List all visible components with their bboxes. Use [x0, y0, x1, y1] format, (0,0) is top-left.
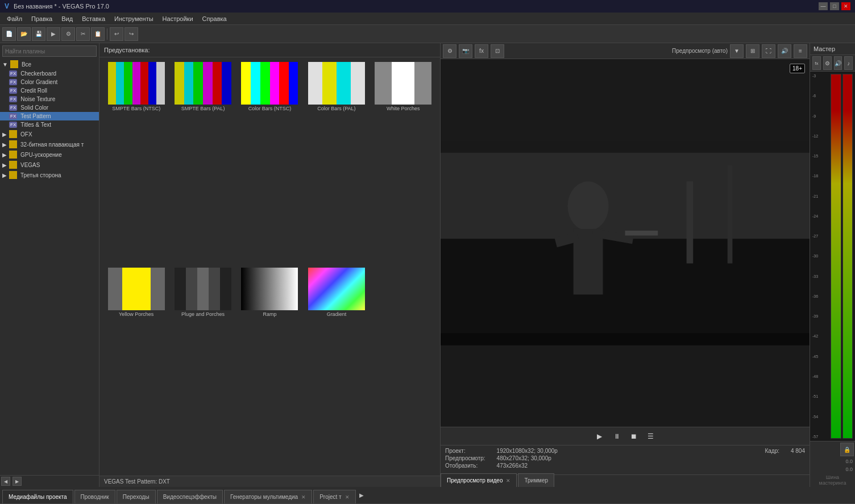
- tree-item-gpu[interactable]: ▶ GPU-ускорение: [0, 149, 99, 160]
- tab-generators[interactable]: Генераторы мультимедиа ✕: [224, 490, 312, 503]
- tree-item-all[interactable]: ▼ Все: [0, 59, 99, 69]
- preview-settings-button[interactable]: ⚙: [443, 44, 456, 58]
- preview-mode-dropdown[interactable]: ▼: [730, 44, 744, 58]
- menu-view[interactable]: Вид: [57, 14, 77, 23]
- preset-label-white-porches: White Porches: [387, 106, 420, 111]
- settings-button[interactable]: ⚙: [61, 27, 75, 41]
- tab-trimmer[interactable]: Триммер: [518, 473, 554, 487]
- preview-fullscreen-button[interactable]: ⛶: [762, 44, 775, 58]
- copy-button[interactable]: 📋: [91, 27, 105, 41]
- redo-button[interactable]: ↪: [124, 27, 138, 41]
- folder-icon: [9, 171, 17, 179]
- tab-expand-button[interactable]: ▶: [359, 492, 364, 498]
- tab-video-fx[interactable]: Видеоспецэффекты: [157, 490, 223, 503]
- title-bar: V Без названия * - VEGAS Pro 17.0 — □ ✕: [0, 0, 855, 13]
- tree-item-vegas[interactable]: ▶ VEGAS: [0, 160, 99, 170]
- tree-item-third-party[interactable]: ▶ Третья сторона: [0, 170, 99, 180]
- play-button[interactable]: ▶: [593, 430, 606, 443]
- tab-project[interactable]: Project т ✕: [313, 490, 355, 503]
- preset-gradient[interactable]: Gradient: [304, 268, 368, 471]
- search-input[interactable]: [2, 45, 97, 57]
- preset-white-porches[interactable]: White Porches: [371, 62, 435, 265]
- minimize-button[interactable]: —: [819, 2, 828, 10]
- tree-item-ofx[interactable]: ▶ OFX: [0, 129, 99, 139]
- tab-preview-video-close[interactable]: ✕: [506, 478, 510, 484]
- preset-ramp[interactable]: Ramp: [238, 268, 302, 471]
- scroll-left-button[interactable]: ◀: [1, 477, 10, 486]
- menu-bar: Файл Правка Вид Вставка Инструменты Наст…: [0, 13, 855, 25]
- white-porches-visual: [375, 62, 431, 105]
- preset-thumb-color-bars-pal: [308, 62, 365, 105]
- scroll-right-button[interactable]: ▶: [13, 477, 22, 486]
- tab-media-files[interactable]: Медиафайлы проекта: [2, 490, 73, 503]
- tree-item-32bit[interactable]: ▶ 32-битная плавающая т: [0, 139, 99, 149]
- tree-item-credit-roll[interactable]: FX Credit Roll: [0, 86, 99, 95]
- master-settings-btn[interactable]: ⚙: [823, 56, 832, 70]
- expand-icon: ▶: [2, 172, 7, 178]
- master-timecode-display: 0.0: [810, 457, 855, 465]
- meter-bar-right: [842, 74, 853, 439]
- preview-audio-button[interactable]: 🔊: [778, 44, 791, 58]
- master-lock-button[interactable]: 🔒: [840, 443, 854, 456]
- meter-area: -3 -6 -9 -12 -15 -18 -21 -24 -27 -30 -33…: [810, 72, 855, 441]
- menu-file[interactable]: Файл: [2, 14, 27, 23]
- plugin-tree: ▼ Все FX Checkerboard FX Color Gradient …: [0, 59, 99, 475]
- preset-footer-text: VEGAS Test Pattern: DXT: [104, 478, 170, 485]
- ramp-visual: [241, 268, 298, 310]
- maximize-button[interactable]: □: [830, 2, 839, 10]
- center-panel: Предустановка: SMPTE Bars (NTSC): [99, 43, 441, 487]
- tree-item-test-pattern[interactable]: FX Test Pattern: [0, 112, 99, 120]
- tree-label-solid-color: Solid Color: [20, 105, 48, 111]
- tree-item-titles-text[interactable]: FX Titles & Text: [0, 120, 99, 129]
- menu-settings[interactable]: Настройки: [158, 14, 198, 23]
- menu-help[interactable]: Справка: [198, 14, 231, 23]
- preset-yellow-porches[interactable]: Yellow Porches: [104, 268, 168, 471]
- tab-project-close[interactable]: ✕: [345, 494, 350, 500]
- render-button[interactable]: ▶: [47, 27, 60, 41]
- menu-insert[interactable]: Вставка: [77, 14, 110, 23]
- preset-color-bars-ntsc[interactable]: Color Bars (NTSC): [238, 62, 302, 265]
- pause-button[interactable]: ⏸: [611, 430, 623, 443]
- tree-item-noise-texture[interactable]: FX Noise Texture: [0, 95, 99, 103]
- preview-split-button[interactable]: ⊡: [491, 44, 504, 58]
- preview-capture-button[interactable]: 📷: [459, 44, 472, 58]
- tree-item-color-gradient[interactable]: FX Color Gradient: [0, 78, 99, 86]
- open-button[interactable]: 📂: [17, 27, 31, 41]
- preset-color-bars-pal[interactable]: Color Bars (PAL): [304, 62, 368, 265]
- preset-thumb-white-porches: [375, 62, 431, 105]
- master-fx-button[interactable]: fx: [812, 56, 821, 70]
- preset-label-ramp: Ramp: [263, 311, 276, 317]
- preview-more-button[interactable]: ≡: [794, 44, 807, 58]
- preview-fx-button[interactable]: fx: [475, 44, 488, 58]
- frame-label: Кадр:: [765, 448, 779, 454]
- preset-header-label: Предустановка:: [104, 47, 150, 53]
- tab-video-fx-label: Видеоспецэффекты: [163, 494, 217, 500]
- menu-tools[interactable]: Инструменты: [110, 14, 158, 23]
- tab-explorer[interactable]: Проводник: [74, 490, 115, 503]
- preview-grid-button[interactable]: ⊞: [746, 44, 759, 58]
- save-button[interactable]: 💾: [32, 27, 45, 41]
- tab-preview-video[interactable]: Предпросмотр видео ✕: [441, 473, 517, 487]
- menu-edit[interactable]: Правка: [27, 14, 57, 23]
- tree-item-checkerboard[interactable]: FX Checkerboard: [0, 69, 99, 78]
- undo-button[interactable]: ↩: [110, 27, 123, 41]
- stop-button[interactable]: ⏹: [628, 430, 640, 443]
- folder-icon: [9, 161, 17, 169]
- fx-badge: FX: [9, 79, 17, 85]
- new-button[interactable]: 📄: [2, 27, 16, 41]
- preview-mode-label: Предпросмотр (авто): [672, 48, 728, 54]
- preview-info: Проект: Предпросмотр: Отобразить: 1920x1…: [441, 445, 810, 474]
- preview-toolbar: ⚙ 📷 fx ⊡ Предпросмотр (авто) ▼ ⊞ ⛶ 🔊 ≡: [441, 43, 810, 59]
- tree-item-solid-color[interactable]: FX Solid Color: [0, 103, 99, 112]
- preset-pluge-porches[interactable]: Pluge and Porches: [171, 268, 235, 471]
- script-button[interactable]: ✂: [76, 27, 90, 41]
- loop-button[interactable]: ☰: [645, 430, 657, 443]
- preset-smpte-ntsc[interactable]: SMPTE Bars (NTSC): [104, 62, 168, 265]
- close-button[interactable]: ✕: [841, 2, 850, 10]
- master-volume-btn[interactable]: 🔊: [834, 56, 842, 70]
- tab-transitions[interactable]: Переходы: [117, 490, 156, 503]
- tab-generators-close[interactable]: ✕: [301, 494, 306, 500]
- master-midi-btn[interactable]: ♪: [844, 56, 853, 70]
- preset-smpte-pal[interactable]: SMPTE Bars (PAL): [171, 62, 235, 265]
- tab-preview-video-label: Предпросмотр видео: [447, 477, 503, 484]
